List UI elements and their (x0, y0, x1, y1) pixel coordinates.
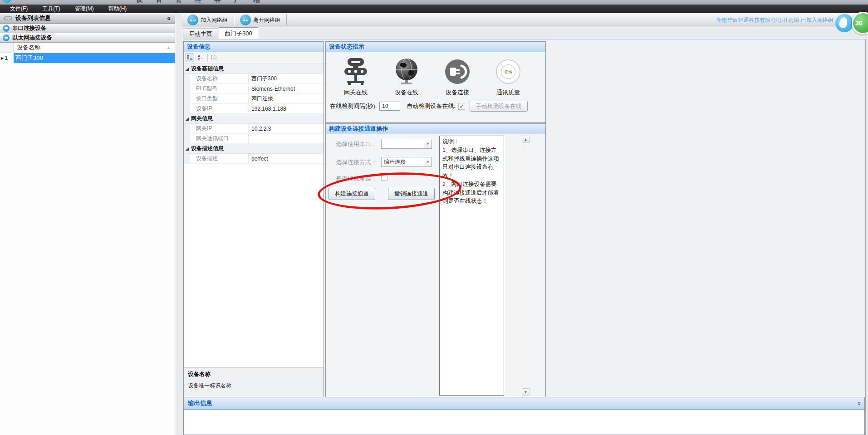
revoke-channel-button[interactable]: 撤销连接通道 (388, 188, 435, 200)
property-category[interactable]: ◢ 网关信息 (184, 114, 324, 124)
reconnect-label: 是否掉线重连： (336, 175, 377, 183)
collapse-triangle-icon[interactable]: ◢ (186, 67, 189, 71)
property-label: 设备描述 (190, 154, 248, 163)
property-label: PLC型号 (190, 84, 248, 93)
property-value[interactable]: 西门子300 (248, 74, 324, 83)
app-window: { "window": { "title_partial": "设备管理客户端"… (0, 0, 868, 435)
join-network-group-button[interactable]: ►◄ 加入网络组 (182, 14, 233, 26)
device-table-row[interactable]: ▶ 1 西门子300 (0, 53, 175, 63)
indicator-comm-quality: 0% 通讯质量 (483, 55, 534, 97)
row-number-cell: ▶ 1 (0, 53, 14, 63)
property-category[interactable]: ◢ 设备描述信息 (184, 144, 324, 154)
property-grid-toolbar: AZ ↓ (184, 52, 324, 64)
sidebar-group-ethernet[interactable]: 以太网连接设备 (0, 33, 175, 43)
property-grid[interactable]: ◢ 设备基础信息 设备名称 西门子300 PLC型号 Siemens-Ether… (184, 64, 324, 367)
menu-help[interactable]: 帮助(H) (101, 5, 134, 13)
output-log-area[interactable] (184, 410, 864, 435)
serial-device-icon (3, 25, 10, 32)
categorized-view-icon[interactable] (186, 54, 194, 62)
device-list-icon (4, 15, 12, 21)
channel-operation-panel: 构建设备连接通道操作 选择使用串口: ▼ 选择连接方式： 编程连接 ▼ 是否掉线… (325, 123, 546, 397)
property-row[interactable]: 设备IP 192.168.1.188 (184, 104, 324, 114)
online-check-row: 在线检测间隔(秒): 自动检测设备在线: ✓ 手动检测设备在线 (326, 101, 545, 112)
panel-scrollbar[interactable]: ▲ ▼ (522, 136, 530, 396)
tab-device-siemens300[interactable]: 西门子300 (219, 27, 258, 39)
reconnect-checkbox[interactable] (381, 174, 387, 181)
property-value[interactable]: 网口连接 (248, 94, 324, 103)
interval-label: 在线检测间隔(秒): (330, 102, 377, 110)
property-category[interactable]: ◢ 设备基础信息 (184, 64, 324, 74)
property-value[interactable]: Siemens-Ethernet (248, 84, 324, 93)
toolbar-separator (234, 15, 234, 25)
property-value[interactable]: perfect (248, 154, 324, 163)
document-tab-bar: 启动主页 西门子300 (181, 27, 868, 39)
device-status-panel: 设备状态指示 网关在线 (325, 41, 546, 123)
scroll-up-icon[interactable]: ▲ (522, 136, 530, 143)
menu-bar: 文件(F) 工具(T) 管理(M) 帮助(H) (0, 5, 868, 13)
serial-group-label: 串口连接设备 (12, 24, 46, 32)
property-value[interactable] (248, 134, 324, 143)
ethernet-group-label: 以太网连接设备 (12, 34, 52, 42)
device-list-sidebar: 设备列表信息 « 串口连接设备 以太网连接设备 设备名称 ▲ ▶ 1 西门子30… (0, 13, 175, 435)
sidebar-group-serial[interactable]: 串口连接设备 (0, 24, 175, 33)
interval-input[interactable] (379, 102, 400, 111)
leave-network-group-button[interactable]: ◄► 离开网络组 (235, 14, 285, 26)
company-login-status: 湖南华辰智通科技有限公司:孔雨绵 已加入网络组 (716, 13, 834, 27)
sort-arrow-icon[interactable]: ▲ (167, 45, 171, 50)
collapse-triangle-icon[interactable]: ◢ (186, 147, 189, 151)
quality-value: 0% (501, 64, 515, 79)
manual-detect-button[interactable]: 手动检测设备在线 (470, 101, 528, 112)
note-line-2: 2、网口连接设备需要构建连接通道后才能看到是否在线状态！ (442, 180, 501, 205)
menu-file[interactable]: 文件(F) (3, 5, 35, 13)
property-row[interactable]: 网关通讯端口 (184, 134, 324, 144)
auto-detect-label: 自动检测设备在线: (407, 102, 456, 110)
ethernet-device-icon (3, 34, 10, 41)
device-info-panel: 设备信息 AZ ↓ (183, 41, 324, 397)
row-number-column-header (0, 43, 14, 53)
property-label: 设备名称 (190, 74, 248, 83)
build-channel-button[interactable]: 构建连接通道 (329, 188, 375, 200)
channel-panel-header: 构建设备连接通道操作 (326, 124, 545, 134)
join-network-icon: ►◄ (187, 15, 198, 25)
serial-port-select[interactable]: ▼ (381, 139, 432, 149)
gateway-icon (341, 57, 371, 86)
output-panel: 输出信息 « (183, 397, 865, 435)
property-row[interactable]: PLC型号 Siemens-Ethernet (184, 84, 324, 94)
collapse-triangle-icon[interactable]: ◢ (186, 117, 189, 121)
indicator-device-online: 设备在线 (381, 55, 432, 97)
property-label: 设备IP (190, 104, 248, 113)
sidebar-splitter[interactable] (176, 13, 181, 435)
device-status-panel-header: 设备状态指示 (326, 42, 545, 52)
property-row[interactable]: 设备名称 西门子300 (184, 74, 324, 84)
connect-mode-select[interactable]: 编程连接 ▼ (381, 157, 432, 167)
device-name-column-header[interactable]: 设备名称 ▲ (14, 43, 175, 53)
globe-icon (393, 57, 420, 86)
chevron-down-icon[interactable]: ▼ (424, 139, 432, 148)
tab-content-area: 设备信息 AZ ↓ (183, 39, 866, 435)
quality-ring-icon: 0% (496, 59, 520, 84)
alphabetical-sort-icon[interactable]: AZ ↓ (196, 54, 205, 62)
menu-tools[interactable]: 工具(T) (35, 5, 67, 13)
leave-network-icon: ◄► (240, 15, 251, 25)
tab-home[interactable]: 启动主页 (183, 29, 218, 39)
sidebar-header: 设备列表信息 « (0, 13, 175, 24)
auto-detect-checkbox[interactable]: ✓ (458, 103, 465, 110)
property-row[interactable]: 接口类型 网口连接 (184, 94, 324, 104)
collapse-sidebar-icon[interactable]: « (167, 15, 171, 22)
check-icon: ✓ (459, 103, 464, 110)
device-name-cell[interactable]: 西门子300 (14, 53, 175, 63)
indicator-gateway-online: 网关在线 (330, 55, 381, 97)
instruction-note-box: 说明： 1、选择串口、连接方式和掉线重连操作选项只对串口连接设备有效！ 2、网口… (439, 136, 504, 396)
collapse-output-icon[interactable]: « (855, 401, 862, 405)
menu-manage[interactable]: 管理(M) (68, 5, 101, 13)
property-row[interactable]: 设备描述 perfect (184, 154, 324, 164)
property-value[interactable]: 192.168.1.188 (248, 104, 324, 113)
property-value[interactable]: 10.2.2.3 (248, 124, 324, 133)
property-help-box: 设备名称 设备唯一标识名称 (184, 367, 324, 397)
property-row[interactable]: 网关IP 10.2.2.3 (184, 124, 324, 134)
scroll-down-icon[interactable]: ▼ (522, 388, 530, 396)
messenger-overlay-icon[interactable] (835, 14, 853, 32)
property-label: 网关IP (190, 124, 248, 133)
chevron-down-icon[interactable]: ▼ (424, 157, 432, 166)
connect-mode-label: 选择连接方式： (336, 158, 377, 166)
